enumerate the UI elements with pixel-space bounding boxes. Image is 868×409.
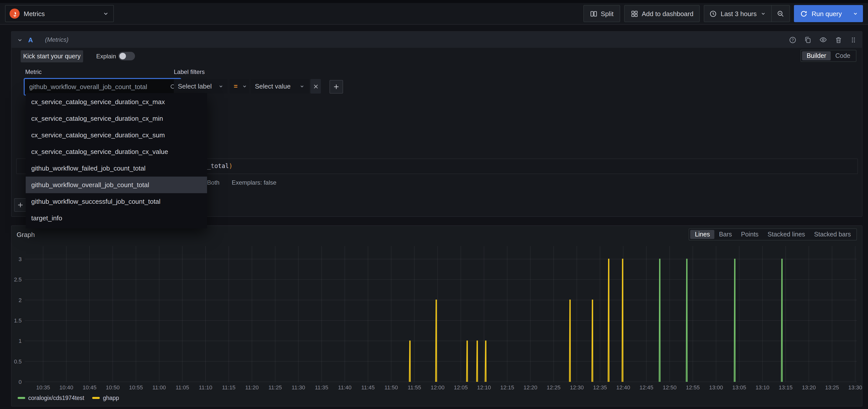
graph-style-tab-points[interactable]: Points (737, 230, 763, 239)
query-row-header[interactable]: A (Metrics) ? (11, 32, 862, 48)
svg-text:11:50: 11:50 (384, 384, 398, 390)
hide-response-eye-icon[interactable] (819, 36, 827, 44)
metric-option[interactable]: cx_service_catalog_service_duration_cx_v… (26, 143, 207, 160)
query-help-icon[interactable]: ? (789, 36, 797, 43)
split-label: Split (601, 10, 614, 18)
svg-text:2.5: 2.5 (14, 276, 22, 283)
metric-option[interactable]: github_workflow_failed_job_count_total (26, 160, 207, 177)
run-query-dropdown-button[interactable] (848, 5, 863, 22)
metric-option[interactable]: cx_service_catalog_service_duration_cx_m… (26, 94, 207, 110)
metric-field-label: Metric (25, 68, 41, 75)
svg-text:12:15: 12:15 (500, 384, 514, 390)
svg-text:0.5: 0.5 (14, 359, 22, 365)
plus-icon (17, 202, 24, 208)
svg-text:11:30: 11:30 (292, 384, 305, 390)
svg-text:11:35: 11:35 (315, 384, 328, 390)
split-button[interactable]: Split (583, 5, 620, 22)
legend-label: ghapp (103, 395, 119, 401)
metric-option-highlighted[interactable]: github_workflow_overall_job_count_total (26, 177, 207, 193)
legend-item[interactable]: ghapp (92, 395, 119, 401)
metric-input[interactable] (28, 82, 168, 91)
svg-text:13:10: 13:10 (755, 384, 769, 390)
metric-option[interactable]: cx_service_catalog_service_duration_cx_m… (26, 110, 207, 127)
operator-dropdown[interactable]: = (230, 79, 249, 94)
add-to-dashboard-label: Add to dashboard (642, 10, 693, 18)
duplicate-query-icon[interactable] (804, 36, 812, 43)
metric-option[interactable]: target_info (26, 210, 207, 227)
add-to-dashboard-button[interactable]: Add to dashboard (624, 5, 700, 22)
metric-option[interactable]: cx_service_catalog_service_duration_cx_s… (26, 127, 207, 143)
legend-swatch (18, 397, 25, 399)
svg-text:13:05: 13:05 (732, 384, 746, 390)
chart-legend: coralogix/cds1974testghapp (18, 395, 119, 401)
metric-suggestions-dropdown: cx_service_catalog_service_duration_cx_m… (26, 93, 207, 228)
grafana-explore: Metrics Split Add to dashboard (0, 0, 868, 409)
query-datasource-hint: (Metrics) (45, 36, 68, 43)
svg-text:1: 1 (19, 338, 22, 344)
svg-text:12:00: 12:00 (431, 384, 444, 390)
svg-text:11:20: 11:20 (245, 384, 259, 390)
svg-text:2: 2 (19, 297, 22, 303)
svg-text:3: 3 (19, 256, 22, 262)
zoom-out-time-button[interactable] (772, 5, 789, 22)
operator-value: = (234, 82, 238, 90)
plus-icon (333, 83, 340, 90)
svg-text:12:40: 12:40 (616, 384, 630, 390)
svg-text:12:10: 12:10 (477, 384, 491, 390)
time-picker-group: Last 3 hours (704, 5, 790, 22)
dashboard-grid-icon (631, 10, 638, 18)
editor-mode-tabs: Builder Code (801, 50, 857, 62)
raw-query-fragment: _total) (207, 163, 232, 170)
datasource-picker[interactable]: Metrics (5, 5, 114, 22)
drag-handle-icon[interactable] (850, 36, 857, 43)
svg-text:10:55: 10:55 (129, 384, 143, 390)
svg-text:12:05: 12:05 (454, 384, 468, 390)
graph-style-tab-stacked-bars[interactable]: Stacked bars (810, 230, 856, 239)
svg-text:11:25: 11:25 (269, 384, 282, 390)
remove-query-trash-icon[interactable] (835, 36, 842, 43)
svg-text:11:55: 11:55 (408, 384, 421, 390)
svg-text:13:00: 13:00 (709, 384, 723, 390)
legend-label: coralogix/cds1974test (28, 395, 84, 401)
kick-start-query-button[interactable]: Kick start your query (21, 50, 83, 62)
legend-item[interactable]: coralogix/cds1974test (18, 395, 84, 401)
chevron-down-icon (299, 83, 305, 89)
svg-text:11:00: 11:00 (152, 384, 166, 390)
graph-style-tab-lines[interactable]: Lines (690, 230, 715, 239)
svg-text:13:30: 13:30 (848, 384, 862, 390)
toggle-knob (119, 53, 126, 59)
svg-text:12:30: 12:30 (570, 384, 584, 390)
svg-text:12:35: 12:35 (593, 384, 607, 390)
remove-filter-button[interactable] (310, 79, 321, 94)
time-range-button[interactable]: Last 3 hours (705, 5, 771, 22)
zoom-out-icon (777, 10, 784, 18)
run-query-label: Run query (812, 10, 842, 18)
svg-text:?: ? (792, 38, 794, 42)
graph-style-tab-stacked-lines[interactable]: Stacked lines (763, 230, 810, 239)
collapse-chevron-icon[interactable] (17, 36, 23, 43)
metric-option[interactable]: github_workflow_successful_job_count_tot… (26, 193, 207, 210)
time-series-chart[interactable]: 00.511.522.5310:3510:4010:4510:5010:5511… (11, 242, 862, 393)
select-label-dropdown[interactable]: Select label (174, 79, 228, 94)
select-value-dropdown[interactable]: Select value (251, 79, 309, 94)
svg-text:12:25: 12:25 (547, 384, 560, 390)
add-filter-button[interactable] (330, 80, 343, 94)
svg-text:13:15: 13:15 (779, 384, 793, 390)
tab-code[interactable]: Code (831, 51, 855, 60)
run-query-button[interactable]: Run query (794, 5, 848, 22)
svg-text:11:10: 11:10 (199, 384, 212, 390)
split-icon (590, 10, 597, 18)
svg-text:11:40: 11:40 (338, 384, 351, 390)
explore-toolbar: Metrics Split Add to dashboard (0, 3, 868, 25)
tab-builder[interactable]: Builder (802, 51, 831, 60)
explain-toggle[interactable] (118, 52, 135, 60)
chevron-down-icon (242, 83, 247, 89)
add-query-button[interactable] (14, 198, 26, 212)
graph-style-tab-bars[interactable]: Bars (714, 230, 736, 239)
clock-icon (710, 10, 717, 18)
query-row-actions: ? (789, 36, 857, 44)
chevron-down-icon (102, 10, 109, 17)
chevron-down-icon (218, 83, 224, 89)
time-range-label: Last 3 hours (721, 10, 757, 18)
close-icon (313, 83, 319, 89)
